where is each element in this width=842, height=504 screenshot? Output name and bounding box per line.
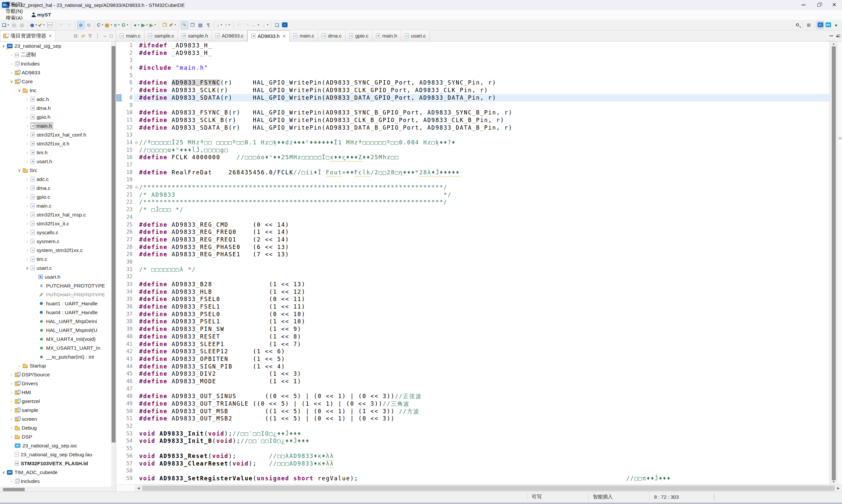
line-number[interactable]: 17 (121, 161, 134, 169)
next-annotation-button[interactable]: ↓▼ (216, 21, 223, 29)
code-line-22[interactable]: 22/*************************************… (116, 198, 829, 206)
back-history-button[interactable]: ↶ (236, 21, 243, 29)
line-number[interactable]: 28 (121, 244, 134, 251)
explorer-horizontal-scrollbar[interactable] (0, 487, 116, 491)
code-line-9[interactable]: 9 (116, 102, 829, 109)
line-number[interactable]: 53 (121, 430, 134, 437)
line-number[interactable]: 42 (121, 348, 134, 355)
code-line-12[interactable]: 12#define AD9833_SDATA_B(r) HAL_GPIO_Wri… (116, 124, 829, 131)
code-line-5[interactable]: 5 (116, 72, 829, 79)
forward-history-button[interactable]: ↷ (244, 21, 251, 29)
line-number[interactable]: 33 (121, 281, 134, 288)
code-line-7[interactable]: 7#define AD9833_SCLK(r) HAL_GPIO_WritePi… (116, 87, 829, 94)
tree-item[interactable]: ›syscalls.c (0, 228, 116, 237)
overview-ruler[interactable] (838, 41, 842, 484)
code-editor[interactable]: 1#ifndef _AD9833_H_2#define _AD9833_H_34… (116, 41, 842, 484)
tree-item[interactable]: ›adc.h (0, 95, 116, 104)
tree-item[interactable]: ›AD9833 (0, 68, 116, 77)
editor-tab-main.c[interactable]: main.c (290, 30, 318, 41)
tree-item[interactable]: PUTCHAR_PROTOTYPE (0, 290, 116, 299)
editor-tab-AD9833.c[interactable]: AD9833.c (212, 30, 247, 41)
open-perspective-button[interactable]: ⊞ (805, 21, 812, 29)
chevron-collapsed-icon[interactable]: › (24, 97, 30, 102)
chevron-collapsed-icon[interactable]: › (8, 390, 15, 395)
editor-tab-dma.c[interactable]: dma.c (318, 30, 345, 41)
code-line-49[interactable]: 49#define AD9833_OUT_TRIANGLE ((0 << 5) … (116, 400, 829, 408)
code-line-34[interactable]: 34#define AD9833_HLB (1 << 12) (116, 288, 829, 296)
line-number[interactable]: 18 (121, 169, 134, 176)
line-number[interactable]: 47 (121, 385, 134, 393)
scrollbar-thumb[interactable] (3, 488, 25, 491)
line-number[interactable]: 45 (121, 370, 134, 378)
filter-button[interactable]: ∇ (89, 34, 91, 38)
chevron-expanded-icon[interactable]: ∨ (16, 168, 22, 173)
tree-item[interactable]: MX_UART4_Init(void) (0, 335, 116, 343)
code-line-27[interactable]: 27#define AD9833_REG_FREQ1 (2 << 14) (116, 236, 829, 244)
line-number[interactable]: 6 (121, 79, 134, 87)
editor-horizontal-scrollbar[interactable]: ◀ ▶ (116, 484, 842, 491)
device-config-perspective-button[interactable]: MX (825, 21, 832, 29)
code-line-55[interactable]: 55 (116, 445, 829, 452)
maximize-button[interactable] (811, 0, 826, 10)
chevron-collapsed-icon[interactable]: › (24, 177, 30, 182)
tree-item[interactable]: ›main.h (0, 121, 116, 130)
tree-item[interactable]: ›DSP/Source (0, 370, 116, 379)
tree-item[interactable]: ›usart.h (0, 157, 116, 166)
tree-item[interactable]: ›Debug (0, 424, 116, 432)
line-number[interactable]: 30 (121, 258, 134, 266)
code-line-8[interactable]: 8#define AD9833_SDATA(r) HAL_GPIO_WriteP… (116, 94, 829, 102)
scrollbar-thumb[interactable] (142, 486, 835, 491)
line-number[interactable]: 20 (121, 184, 134, 191)
code-line-36[interactable]: 36#define AD9833_FSEL1 (1 << 11) (116, 303, 829, 310)
tree-item[interactable]: ›sysmem.c (0, 237, 116, 246)
code-line-32[interactable]: 32 (116, 273, 829, 281)
line-number[interactable]: 41 (121, 341, 134, 348)
scrollbar-thumb[interactable] (111, 46, 115, 443)
tree-item[interactable]: 23_national_sig_sep.ioc (0, 441, 116, 450)
editor-tab-usart.c[interactable]: usart.c (401, 30, 430, 41)
editor-tab-gpio.c[interactable]: gpio.c (345, 30, 373, 41)
chevron-collapsed-icon[interactable]: › (24, 106, 30, 110)
fold-minus-icon[interactable]: ⊖ (134, 139, 139, 146)
line-number[interactable]: 35 (121, 295, 134, 303)
code-line-53[interactable]: 53void AD9833_Init(void);//□□′□□IO□¿♦♦Ĵ♦… (116, 430, 829, 437)
chevron-collapsed-icon[interactable]: › (24, 115, 30, 120)
line-number[interactable]: 40 (121, 333, 134, 341)
chevron-collapsed-icon[interactable]: › (24, 159, 30, 164)
tree-item[interactable]: ›dma.c (0, 184, 116, 193)
tree-item[interactable]: ›goertzel (0, 397, 116, 406)
line-number[interactable]: 7 (121, 87, 134, 94)
scroll-right-arrow[interactable]: ▶ (835, 486, 842, 490)
code-line-47[interactable]: 47 (116, 385, 829, 393)
code-line-28[interactable]: 28#define AD9833_REG_PHASE0 (6 << 13) (116, 244, 829, 251)
new-c-file-button[interactable]: c▼ (113, 21, 121, 29)
tree-item[interactable]: PUTCHAR_PROTOTYPE (0, 281, 116, 290)
tree-item[interactable]: HAL_UART_MspInit(U (0, 326, 116, 335)
link-with-editor-button[interactable]: ❐ (189, 21, 196, 29)
line-number[interactable]: 59 (121, 475, 134, 482)
tree-item[interactable]: ›stm32f1xx_hal_msp.c (0, 210, 116, 219)
line-number[interactable]: 5 (121, 72, 134, 79)
last-edit-location-button[interactable]: ←▼ (251, 21, 260, 29)
line-number[interactable]: 34 (121, 288, 134, 296)
line-number[interactable]: 9 (121, 102, 134, 109)
line-number[interactable]: 51 (121, 415, 134, 422)
code-line-33[interactable]: 33#define AD9833_B28 (1 << 13) (116, 281, 829, 288)
editor-vertical-scrollbar[interactable]: ▲ ▼ (829, 41, 838, 484)
tree-item[interactable]: ∨usart.c (0, 264, 116, 272)
build-button[interactable]: T▼ (38, 21, 46, 29)
line-number[interactable]: 37 (121, 310, 134, 318)
code-line-40[interactable]: 40#define AD9833_RESET (1 << 8) (116, 333, 829, 341)
line-number[interactable]: 15 (121, 146, 134, 154)
code-line-39[interactable]: 39#define AD9833_PIN_SW (1 << 9) (116, 325, 829, 333)
line-number[interactable]: 58 (121, 467, 134, 475)
tree-item[interactable]: ∨Src (0, 166, 116, 175)
new-class-button[interactable]: C▼ (97, 21, 104, 29)
tree-item[interactable]: ›tim.h (0, 148, 116, 157)
line-number[interactable]: 43 (121, 355, 134, 363)
code-line-37[interactable]: 37#define AD9833_PSEL0 (0 << 10) (116, 310, 829, 318)
chevron-expanded-icon[interactable]: ∨ (8, 79, 15, 84)
line-number[interactable]: 56 (121, 452, 134, 460)
skip-breakpoints-button[interactable]: ⊝ (85, 21, 92, 29)
code-line-44[interactable]: 44#define AD9833_SIGN_PIB (1 << 4) (116, 363, 829, 371)
